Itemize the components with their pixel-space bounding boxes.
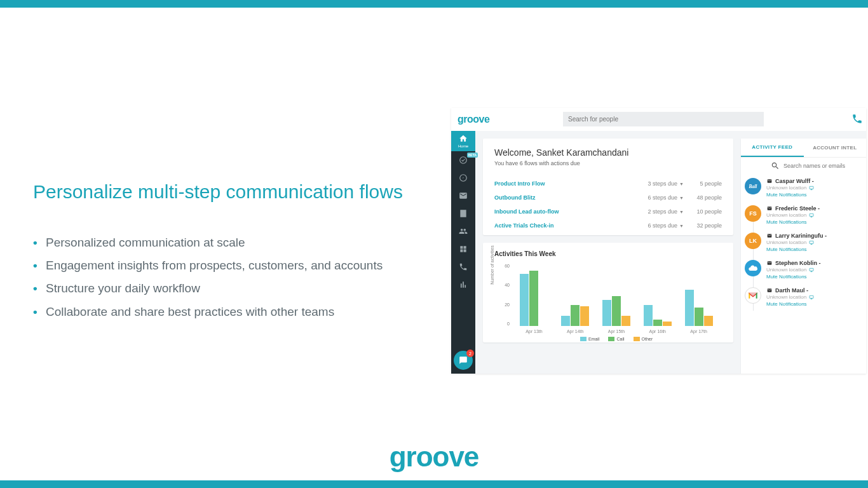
app-logo[interactable]: groove — [458, 114, 489, 125]
bar-email — [561, 316, 570, 326]
mute-notifications-link[interactable]: Mute Notifications — [766, 219, 861, 225]
flow-name[interactable]: Outbound Blitz — [494, 194, 633, 201]
sidebar-item-flows[interactable]: BETA — [451, 151, 475, 169]
svg-rect-6 — [810, 268, 813, 271]
feed-item[interactable]: LKLarry Kariningufu -Unknown locationMut… — [741, 229, 866, 256]
app-screenshot: groove Home BETA — [451, 108, 866, 374]
bar-call — [653, 320, 662, 326]
bar-group — [559, 305, 591, 326]
email-icon — [766, 233, 773, 238]
feed-search-input[interactable] — [783, 163, 860, 169]
chevron-down-icon: ▼ — [679, 224, 684, 228]
home-icon — [459, 134, 468, 143]
feed-location: Unknown location — [766, 294, 806, 300]
chart-xlabel: Apr 13th — [526, 329, 542, 334]
legend-swatch — [580, 337, 587, 341]
feed-location: Unknown location — [766, 267, 806, 273]
bar-group — [642, 305, 674, 326]
app-sidebar: Home BETA 2 — [451, 131, 475, 374]
avatar: Ball — [745, 178, 761, 194]
feed-item[interactable]: BallCaspar Wulff -Unknown locationMute N… — [741, 174, 866, 201]
legend-item[interactable]: Email — [580, 337, 600, 341]
phone-icon[interactable] — [851, 113, 863, 125]
tab-account-intel[interactable]: ACCOUNT INTEL — [804, 139, 867, 157]
tabs: ACTIVITY FEED ACCOUNT INTEL — [741, 139, 866, 158]
flow-name[interactable]: Product Intro Flow — [494, 180, 633, 187]
feed-location: Unknown location — [766, 185, 806, 191]
sidebar-item-email[interactable] — [451, 187, 475, 205]
mute-notifications-link[interactable]: Mute Notifications — [766, 274, 861, 280]
sidebar-item-home[interactable]: Home — [451, 131, 475, 151]
monitor-icon — [808, 295, 815, 300]
bar-email — [520, 274, 529, 326]
feed-item[interactable]: FSFrederic Steele -Unknown locationMute … — [741, 201, 866, 229]
feed-item[interactable]: Darth Maul -Unknown locationMute Notific… — [741, 283, 866, 311]
email-icon — [766, 288, 773, 293]
slide-heading: Personalize multi-step communication flo… — [33, 181, 440, 203]
svg-rect-5 — [810, 241, 813, 243]
bar-group — [600, 296, 632, 326]
slide-top-bar — [0, 0, 868, 8]
flow-steps-dropdown[interactable]: 6 steps due▼ — [633, 222, 684, 229]
bar-call — [571, 305, 580, 326]
legend-label: Call — [616, 337, 624, 341]
legend-label: Email — [588, 337, 600, 341]
feed-name: Caspar Wulff - — [775, 178, 814, 184]
sidebar-item-analytics[interactable] — [451, 276, 475, 294]
chart-xlabel: Apr 17th — [690, 329, 707, 334]
mute-notifications-link[interactable]: Mute Notifications — [766, 301, 861, 307]
flow-steps-dropdown[interactable]: 3 steps due▼ — [633, 180, 684, 187]
legend-swatch — [634, 337, 640, 341]
slide-bullet: Collaborate and share best practices wit… — [33, 301, 440, 323]
chart-xlabel: Apr 14th — [567, 329, 583, 334]
feed-location: Unknown location — [766, 212, 806, 218]
flow-steps-dropdown[interactable]: 2 steps due▼ — [633, 208, 684, 215]
bar-email — [644, 305, 653, 326]
flow-row: Outbound Blitz6 steps due▼48 people — [494, 191, 722, 205]
mute-notifications-link[interactable]: Mute Notifications — [766, 192, 861, 198]
feed-location: Unknown location — [766, 240, 806, 245]
flow-name[interactable]: Inbound Lead auto-flow — [494, 208, 633, 215]
email-icon — [766, 206, 773, 211]
legend-item[interactable]: Call — [608, 337, 624, 341]
flow-steps-dropdown[interactable]: 6 steps due▼ — [633, 194, 684, 201]
feed-search-row — [741, 158, 866, 174]
sidebar-item-explore[interactable] — [451, 169, 475, 187]
sidebar-item-dialer[interactable] — [451, 258, 475, 276]
slide-bottom-bar — [0, 480, 868, 488]
legend-item[interactable]: Other — [634, 337, 653, 341]
flows-icon — [459, 156, 468, 165]
chart-xlabels: Apr 13thApr 14thApr 15thApr 16thApr 17th — [513, 329, 719, 334]
feed-body: Larry Kariningufu -Unknown locationMute … — [766, 233, 861, 252]
bar-call — [612, 296, 621, 326]
monitor-icon — [808, 186, 815, 191]
feed-body: Darth Maul -Unknown locationMute Notific… — [766, 287, 861, 307]
feed-name: Darth Maul - — [775, 287, 808, 294]
slide-bottom-logo: groove — [390, 441, 479, 473]
chat-button[interactable]: 2 — [454, 351, 473, 370]
svg-rect-3 — [810, 186, 813, 189]
flow-row: Inbound Lead auto-flow2 steps due▼10 peo… — [494, 205, 722, 219]
feed-item[interactable]: Stephen Koblin -Unknown locationMute Not… — [741, 256, 866, 283]
sidebar-item-apps[interactable] — [451, 240, 475, 258]
bar-email — [685, 290, 694, 326]
apps-icon — [459, 245, 468, 254]
bar-call — [529, 271, 538, 326]
chevron-down-icon: ▼ — [679, 196, 684, 200]
mute-notifications-link[interactable]: Mute Notifications — [766, 247, 861, 252]
sidebar-item-people[interactable] — [451, 222, 475, 240]
welcome-subtitle: You have 6 flows with actions due — [494, 160, 722, 166]
email-icon — [459, 191, 468, 200]
flow-people: 10 people — [684, 208, 722, 215]
legend-label: Other — [642, 337, 653, 341]
tab-activity-feed[interactable]: ACTIVITY FEED — [741, 139, 804, 157]
bar-group — [518, 271, 550, 326]
chart-yticks: 6040200 — [499, 264, 510, 326]
monitor-icon — [808, 213, 815, 218]
feed-name: Stephen Koblin - — [775, 260, 821, 266]
search-input[interactable] — [563, 112, 764, 126]
avatar — [745, 260, 761, 276]
phone-icon — [459, 262, 468, 271]
sidebar-item-accounts[interactable] — [451, 205, 475, 222]
flow-name[interactable]: Active Trials Check-in — [494, 222, 633, 229]
